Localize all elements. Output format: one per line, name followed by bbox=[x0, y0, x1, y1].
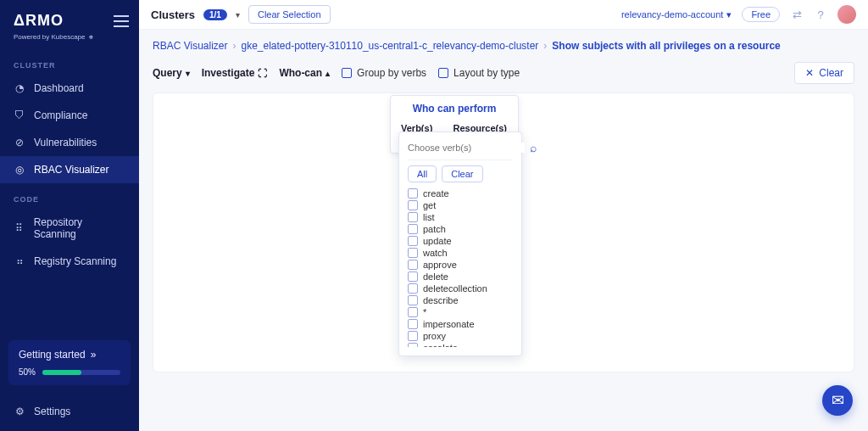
nav-label: Vulnerabilities bbox=[34, 137, 97, 148]
verb-option[interactable]: create bbox=[408, 188, 513, 199]
nav-cluster: ◔ Dashboard ⛉ Compliance ⊘ Vulnerabiliti… bbox=[0, 75, 139, 183]
select-all-button[interactable]: All bbox=[408, 165, 437, 182]
checkbox-icon bbox=[408, 283, 418, 294]
breadcrumb-sep: › bbox=[232, 40, 236, 52]
verb-label: deletecollection bbox=[423, 283, 487, 294]
verb-label: impersonate bbox=[423, 319, 475, 329]
verb-label: patch bbox=[423, 224, 446, 234]
plan-badge[interactable]: Free bbox=[742, 7, 780, 22]
nav-label: Registry Scanning bbox=[34, 255, 116, 267]
account-switcher[interactable]: relevancy-demo-account ▾ bbox=[621, 9, 732, 20]
checkbox-icon bbox=[408, 307, 418, 317]
checkbox-icon bbox=[408, 200, 418, 210]
who-can-label: Who-can bbox=[279, 67, 322, 79]
nav-rbac-visualizer[interactable]: ◎ RBAC Visualizer bbox=[0, 156, 139, 183]
nav-vulnerabilities[interactable]: ⊘ Vulnerabilities bbox=[0, 129, 139, 156]
bug-icon: ⊘ bbox=[14, 137, 25, 148]
layout-by-type-checkbox[interactable]: Layout by type bbox=[438, 67, 520, 79]
chevron-down-icon: ▾ bbox=[726, 9, 732, 20]
progress-fill bbox=[42, 370, 81, 375]
breadcrumb-sep: › bbox=[543, 40, 547, 52]
topbar: Clusters 1/1 ▾ Clear Selection relevancy… bbox=[139, 0, 868, 30]
menu-toggle-icon[interactable] bbox=[114, 15, 129, 27]
who-can-dropdown[interactable]: Who-can ▴ bbox=[279, 67, 330, 79]
verb-option[interactable]: * bbox=[408, 306, 513, 318]
checkbox-icon bbox=[408, 224, 418, 234]
verb-label: approve bbox=[423, 260, 457, 270]
account-label: relevancy-demo-account bbox=[621, 9, 723, 20]
chat-launcher[interactable]: ✉ bbox=[822, 385, 853, 416]
verb-option[interactable]: proxy bbox=[408, 330, 513, 342]
sidebar: ΔRMO Powered by Kubescape ⎈ CLUSTER ◔ Da… bbox=[0, 0, 139, 431]
verb-option[interactable]: delete bbox=[408, 271, 513, 283]
help-icon[interactable]: ? bbox=[814, 8, 827, 21]
nav-code: ⠿ Repository Scanning ⠶ Registry Scannin… bbox=[0, 209, 139, 275]
checkbox-icon bbox=[408, 212, 418, 222]
verb-option[interactable]: watch bbox=[408, 247, 513, 259]
verb-option[interactable]: list bbox=[408, 211, 513, 223]
verb-option[interactable]: escalate bbox=[408, 342, 513, 347]
gear-icon: ⚙ bbox=[14, 406, 25, 417]
verb-option[interactable]: update bbox=[408, 235, 513, 247]
nav-label: Repository Scanning bbox=[34, 216, 125, 240]
clear-label: Clear bbox=[819, 67, 843, 79]
getting-started-label: Getting started bbox=[19, 349, 86, 361]
clear-selection-button[interactable]: Clear Selection bbox=[248, 5, 331, 24]
verb-label: get bbox=[423, 200, 436, 210]
getting-started-card[interactable]: Getting started » 50% bbox=[8, 340, 131, 385]
search-icon[interactable]: ⌕ bbox=[530, 141, 537, 154]
chevrons-right-icon: » bbox=[91, 349, 97, 361]
nav-label: Compliance bbox=[34, 109, 87, 121]
kubescape-icon: ⎈ bbox=[89, 33, 93, 41]
verb-label: create bbox=[423, 188, 449, 199]
checkbox-icon bbox=[438, 68, 448, 78]
chat-icon: ✉ bbox=[832, 391, 844, 410]
repo-icon: ⠿ bbox=[14, 222, 25, 234]
clusters-dropdown[interactable]: ▾ bbox=[236, 10, 240, 20]
verb-option[interactable]: patch bbox=[408, 223, 513, 235]
checkbox-icon bbox=[342, 68, 352, 78]
settings-label: Settings bbox=[34, 406, 70, 417]
nav-compliance[interactable]: ⛉ Compliance bbox=[0, 102, 139, 129]
content-area: RBAC Visualizer › gke_elated-pottery-310… bbox=[139, 30, 868, 431]
clear-query-button[interactable]: ✕ Clear bbox=[794, 62, 854, 84]
verb-option[interactable]: deletecollection bbox=[408, 283, 513, 294]
query-toolbar: Query ▾ Investigate ⛶ Who-can ▴ Group by… bbox=[153, 62, 854, 84]
clusters-label: Clusters bbox=[151, 8, 195, 21]
section-cluster: CLUSTER bbox=[0, 49, 139, 75]
verb-option[interactable]: impersonate bbox=[408, 318, 513, 330]
avatar[interactable] bbox=[837, 5, 856, 24]
shield-icon: ⛉ bbox=[14, 109, 25, 121]
nav-label: RBAC Visualizer bbox=[34, 164, 108, 176]
query-dropdown[interactable]: Query ▾ bbox=[153, 67, 190, 79]
settings-icon[interactable]: ⇄ bbox=[790, 8, 804, 21]
eye-icon: ◎ bbox=[14, 164, 25, 176]
nav-repo-scanning[interactable]: ⠿ Repository Scanning bbox=[0, 209, 139, 248]
progress-percent: 50% bbox=[19, 367, 36, 377]
nav-registry-scanning[interactable]: ⠶ Registry Scanning bbox=[0, 248, 139, 275]
verb-label: update bbox=[423, 236, 452, 246]
breadcrumb-current: Show subjects with all privileges on a r… bbox=[552, 40, 780, 52]
verb-label: list bbox=[423, 212, 434, 222]
checkbox-label: Layout by type bbox=[453, 67, 520, 79]
verb-option[interactable]: get bbox=[408, 199, 513, 211]
group-by-verbs-checkbox[interactable]: Group by verbs bbox=[342, 67, 426, 79]
investigate-button[interactable]: Investigate ⛶ bbox=[202, 67, 268, 79]
breadcrumb-root[interactable]: RBAC Visualizer bbox=[153, 40, 227, 52]
checkbox-icon bbox=[408, 343, 418, 347]
clear-verbs-button[interactable]: Clear bbox=[442, 165, 482, 182]
nav-settings[interactable]: ⚙ Settings bbox=[0, 397, 139, 431]
nav-dashboard[interactable]: ◔ Dashboard bbox=[0, 75, 139, 102]
brand-tagline: Powered by Kubescape ⎈ bbox=[0, 33, 139, 49]
breadcrumb-cluster[interactable]: gke_elated-pottery-310110_us-central1-c_… bbox=[241, 40, 538, 52]
verb-option[interactable]: describe bbox=[408, 294, 513, 306]
verb-option[interactable]: approve bbox=[408, 259, 513, 271]
investigate-label: Investigate bbox=[202, 67, 255, 79]
checkbox-icon bbox=[408, 271, 418, 282]
verb-label: * bbox=[423, 307, 426, 317]
verb-search-input[interactable] bbox=[408, 143, 525, 153]
checkbox-icon bbox=[408, 236, 418, 246]
main: Clusters 1/1 ▾ Clear Selection relevancy… bbox=[139, 0, 868, 431]
checkbox-icon bbox=[408, 188, 418, 199]
brand-logo: ΔRMO bbox=[14, 12, 64, 30]
